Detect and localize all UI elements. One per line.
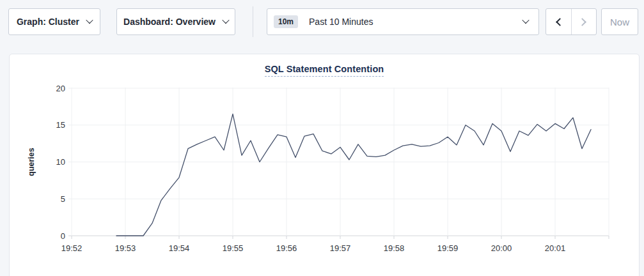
- y-tick-label: 15: [56, 120, 65, 130]
- chevron-down-icon: [522, 16, 529, 23]
- chart-panel: SQL Statement Contention 0510152019:5219…: [9, 54, 640, 276]
- x-tick-label: 20:01: [545, 243, 566, 253]
- y-tick-label: 20: [56, 84, 65, 93]
- series-line-queries: [116, 114, 591, 236]
- x-tick-label: 19:52: [61, 243, 82, 253]
- toolbar-divider: [253, 6, 253, 37]
- chevron-down-icon: [86, 16, 93, 23]
- contention-chart: 0510152019:5219:5319:5419:5519:5619:5719…: [10, 77, 639, 276]
- chevron-left-icon: [556, 18, 564, 26]
- y-tick-label: 5: [61, 194, 65, 204]
- dashboard-dropdown[interactable]: Dashboard: Overview: [116, 8, 235, 35]
- toolbar: Graph: Cluster Dashboard: Overview 10m P…: [0, 0, 644, 45]
- x-tick-label: 19:54: [169, 243, 190, 253]
- time-shift-prev-button[interactable]: [546, 9, 571, 34]
- x-tick-label: 19:59: [437, 243, 459, 253]
- chevron-down-icon: [222, 16, 229, 23]
- graph-dropdown-label: Graph: Cluster: [17, 17, 79, 27]
- y-axis-label: queries: [27, 148, 36, 176]
- graph-dropdown[interactable]: Graph: Cluster: [8, 8, 100, 35]
- y-tick-label: 0: [61, 231, 65, 241]
- now-button[interactable]: Now: [601, 8, 638, 35]
- chart-title-row: SQL Statement Contention: [10, 63, 639, 77]
- x-tick-label: 19:55: [223, 243, 244, 253]
- now-button-label: Now: [610, 17, 629, 27]
- chart-title-link[interactable]: SQL Statement Contention: [265, 64, 384, 77]
- time-shift-next-button[interactable]: [571, 9, 597, 34]
- time-shift-button-group: [546, 8, 597, 35]
- x-tick-label: 19:56: [276, 243, 297, 253]
- y-tick-label: 10: [56, 157, 65, 167]
- x-tick-label: 19:53: [115, 243, 136, 253]
- x-tick-label: 20:00: [491, 243, 512, 253]
- time-range-label: Past 10 Minutes: [309, 17, 373, 27]
- dashboard-dropdown-label: Dashboard: Overview: [123, 17, 216, 27]
- chevron-right-icon: [578, 18, 586, 26]
- time-range-badge: 10m: [274, 15, 298, 28]
- x-tick-label: 19:58: [384, 243, 405, 253]
- time-range-dropdown[interactable]: 10m Past 10 Minutes: [267, 8, 539, 35]
- x-tick-label: 19:57: [330, 243, 351, 253]
